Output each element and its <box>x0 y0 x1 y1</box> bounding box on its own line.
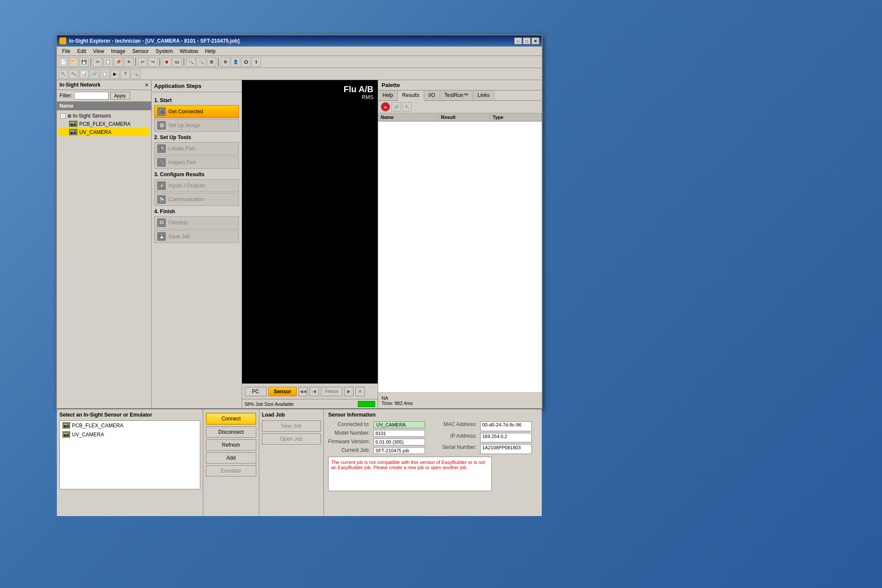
nav-back-btn[interactable]: ◀ <box>310 387 319 396</box>
zoom-out-btn[interactable]: 🔍 <box>186 57 196 67</box>
emulator-button[interactable]: Emulator <box>206 465 256 476</box>
menu-sensor[interactable]: Sensor <box>129 47 152 55</box>
copy-btn[interactable]: 📋 <box>103 57 113 67</box>
sep1 <box>90 58 91 66</box>
palette-tool-2[interactable]: 🔗 <box>391 102 401 112</box>
delete-btn[interactable]: ✕ <box>124 57 134 67</box>
connect-panel: Connect Disconnect Refresh Add Emulator <box>203 409 259 516</box>
paste-btn[interactable]: 📌 <box>114 57 123 67</box>
step-get-connected[interactable]: 🔌 Get Connected <box>154 105 239 118</box>
tree-sensor-1[interactable]: 📷 PCB_FLEX_CAMERA <box>59 120 149 128</box>
new-job-button[interactable]: New Job <box>262 420 321 432</box>
apply-button[interactable]: Apply <box>110 92 130 100</box>
cut-btn[interactable]: ✂ <box>93 57 102 67</box>
menu-help[interactable]: Help <box>202 47 219 55</box>
add-button[interactable]: Add <box>206 452 256 464</box>
status-na: NA <box>382 395 538 401</box>
power-btn[interactable]: ⏻ <box>241 57 251 67</box>
sensor-info-left: Connected to: UV_CAMERA Model Number: 81… <box>328 421 425 454</box>
tab-io[interactable]: I/O <box>424 90 440 100</box>
tool2-3[interactable]: 📊 <box>79 69 89 79</box>
freeze-btn[interactable]: Freeze <box>321 387 342 396</box>
nav-fwd-btn[interactable]: ▶ <box>344 387 354 396</box>
sensor-button[interactable]: Sensor <box>268 387 297 396</box>
tree-expand-icon[interactable]: − <box>60 113 65 118</box>
nav-prev-btn[interactable]: ◀◀ <box>298 387 308 396</box>
get-connected-icon: 🔌 <box>157 107 166 116</box>
palette-tabs: Help Results I/O TestRun™ Links <box>378 90 542 101</box>
refresh-button[interactable]: Refresh <box>206 439 256 451</box>
tree-header: Name <box>57 102 151 110</box>
steps-header: Application Steps <box>152 80 242 92</box>
tab-results[interactable]: Results <box>398 90 424 101</box>
tool2-4[interactable]: 🔗 <box>90 69 99 79</box>
palette-tool-3[interactable]: 🔧 <box>402 102 412 112</box>
user-btn[interactable]: 👤 <box>231 57 240 67</box>
step-io[interactable]: ⚡ Inputs / Outputs <box>154 179 239 192</box>
info-btn[interactable]: ℹ <box>252 57 261 67</box>
menu-image[interactable]: Image <box>108 47 129 55</box>
tool2-2[interactable]: 🔨 <box>69 69 78 79</box>
toolbar-main: 📄 📂 💾 ✂ 📋 📌 ✕ ↩ ↪ ⏺ 🗂 🔍 🔍 ⊞ ⚙ 👤 ⏻ ℹ <box>57 56 542 68</box>
sensor-list-item-1[interactable]: 📷 PCB_FLEX_CAMERA <box>60 421 200 430</box>
serial-value: 1A2108PP081803 <box>480 444 532 454</box>
current-job-value: SFT-210475.job <box>373 447 425 454</box>
steps-content: 1. Start 🔌 Get Connected 🖼 Set Up Image … <box>152 92 242 408</box>
step-locate-part[interactable]: 🔎 Locate Part <box>154 142 239 155</box>
tool2-5[interactable]: 📋 <box>100 69 109 79</box>
settings-btn[interactable]: ⚙ <box>220 57 230 67</box>
tree-sensor-2[interactable]: 📷 UV_CAMERA <box>59 128 149 136</box>
open-job-button[interactable]: Open Job <box>262 433 321 445</box>
step-locate-part-label: Locate Part <box>168 146 195 152</box>
sensor-select-panel: Select an In-Sight Sensor or Emulator 📷 … <box>57 409 203 516</box>
connect-button[interactable]: Connect <box>206 413 256 425</box>
step-comm[interactable]: 📡 Communication <box>154 193 239 206</box>
filter-input[interactable] <box>74 92 109 100</box>
menu-edit[interactable]: Edit <box>74 47 90 55</box>
new-btn[interactable]: 📄 <box>59 57 68 67</box>
redo-btn[interactable]: ↪ <box>148 57 158 67</box>
close-panel-icon[interactable]: ✕ <box>145 82 149 88</box>
image-display: Flu A/B RMS <box>242 80 378 383</box>
undo-btn[interactable]: ↩ <box>138 57 147 67</box>
sep3 <box>159 58 160 66</box>
load-job-title: Load Job <box>262 412 321 418</box>
palette-title: Palette <box>378 80 542 90</box>
io-icon: ⚡ <box>157 181 166 190</box>
open-btn[interactable]: 📂 <box>69 57 78 67</box>
tool2-7[interactable]: ? <box>121 69 130 79</box>
tool2-1[interactable]: 🔧 <box>59 69 68 79</box>
zoom-in-btn[interactable]: 🔍 <box>196 57 206 67</box>
image-viewer: Flu A/B RMS <box>242 80 378 383</box>
pc-button[interactable]: PC <box>245 387 267 396</box>
tool2-8[interactable]: 🔍 <box>131 69 140 79</box>
sensor-list-label-1: PCB_FLEX_CAMERA <box>72 423 123 429</box>
tool2-6[interactable]: ▶ <box>110 69 120 79</box>
close-button[interactable]: ✕ <box>531 37 539 44</box>
menu-system[interactable]: System <box>152 47 176 55</box>
tab-help[interactable]: Help <box>378 90 398 100</box>
palette-tool-1[interactable]: ● <box>381 102 390 112</box>
save-btn[interactable]: 💾 <box>79 57 89 67</box>
tab-links[interactable]: Links <box>473 90 494 100</box>
folder-btn[interactable]: 🗂 <box>172 57 182 67</box>
menu-view[interactable]: View <box>90 47 108 55</box>
minimize-button[interactable]: ─ <box>514 37 522 44</box>
nav-stop-btn[interactable]: ✕ <box>355 387 365 396</box>
bottom-section: Select an In-Sight Sensor or Emulator 📷 … <box>57 408 542 516</box>
menu-file[interactable]: File <box>59 47 74 55</box>
window-title: In-Sight Explorer - technician - [UV_CAM… <box>69 38 239 44</box>
tab-testrun[interactable]: TestRun™ <box>440 90 473 100</box>
step-save-job[interactable]: 💾 Save Job <box>154 230 239 243</box>
disconnect-button[interactable]: Disconnect <box>206 426 256 438</box>
step-setup-image[interactable]: 🖼 Set Up Image <box>154 119 239 132</box>
step-filmstrip[interactable]: 🎞 Filmstrip <box>154 216 239 229</box>
record-btn[interactable]: ⏺ <box>162 57 171 67</box>
sensor-list-item-2[interactable]: 📷 UV_CAMERA <box>60 430 200 439</box>
sensor-select-list[interactable]: 📷 PCB_FLEX_CAMERA 📷 UV_CAMERA <box>59 420 200 489</box>
maximize-button[interactable]: □ <box>523 37 531 44</box>
zoom-fit-btn[interactable]: ⊞ <box>207 57 216 67</box>
sensor-info-right: MAC Address: 00-d0-24-7d-9c-96 IP Addres… <box>442 421 532 454</box>
step-inspect-part[interactable]: 🔧 Inspect Part <box>154 156 239 169</box>
menu-window[interactable]: Window <box>176 47 202 55</box>
